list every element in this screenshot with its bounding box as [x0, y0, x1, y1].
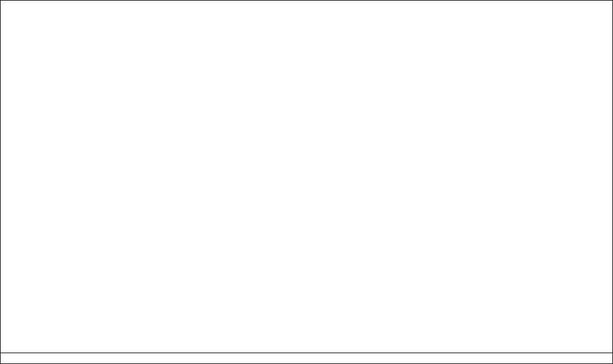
chart-canvas	[1, 1, 613, 364]
weather-chart-page	[0, 0, 613, 364]
status-bar	[1, 353, 612, 363]
